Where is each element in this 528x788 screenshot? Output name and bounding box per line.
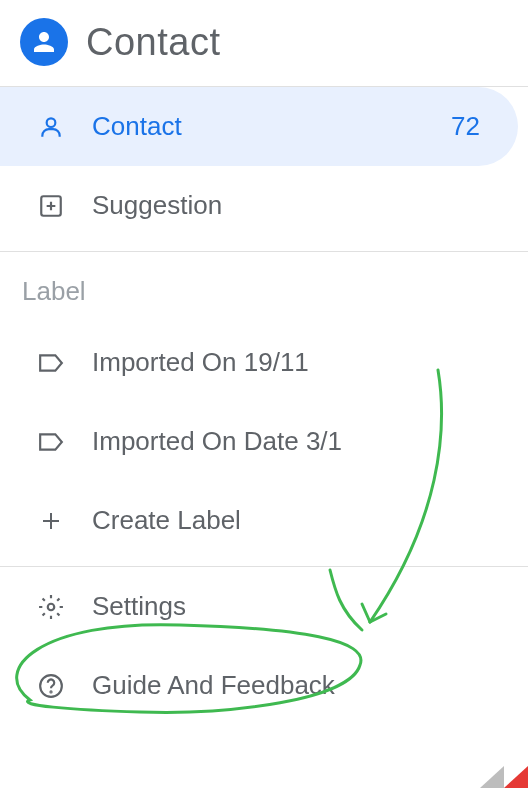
- watermark-logo: [480, 760, 528, 788]
- label-icon: [38, 350, 64, 376]
- nav-suggestion-label: Suggestion: [92, 190, 510, 221]
- person-icon: [38, 114, 64, 140]
- svg-point-2: [48, 603, 55, 610]
- guide-label: Guide And Feedback: [92, 670, 510, 701]
- label-item-text: Imported On Date 3/1: [92, 426, 510, 457]
- app-title: Contact: [86, 21, 220, 64]
- nav-contact-count: 72: [451, 111, 500, 142]
- label-item[interactable]: Imported On 19/11: [0, 323, 528, 402]
- app-header: Contact: [0, 0, 528, 86]
- contact-avatar-icon: [20, 18, 68, 66]
- create-label-button[interactable]: Create Label: [0, 481, 528, 560]
- plus-icon: [38, 508, 64, 534]
- nav-contact-label: Contact: [92, 111, 423, 142]
- main-nav-section: Contact 72 Suggestion: [0, 86, 528, 245]
- create-label-text: Create Label: [92, 505, 510, 536]
- nav-item-contact[interactable]: Contact 72: [0, 87, 518, 166]
- svg-point-4: [50, 691, 51, 692]
- label-item[interactable]: Imported On Date 3/1: [0, 402, 528, 481]
- nav-item-suggestion[interactable]: Suggestion: [0, 166, 528, 245]
- nav-item-settings[interactable]: Settings: [0, 567, 528, 646]
- labels-heading: Label: [0, 252, 528, 323]
- settings-label: Settings: [92, 591, 510, 622]
- label-item-text: Imported On 19/11: [92, 347, 510, 378]
- gear-icon: [38, 594, 64, 620]
- nav-item-guide[interactable]: Guide And Feedback: [0, 646, 528, 725]
- suggestion-icon: [38, 193, 64, 219]
- help-icon: [38, 673, 64, 699]
- label-icon: [38, 429, 64, 455]
- svg-point-0: [47, 118, 56, 127]
